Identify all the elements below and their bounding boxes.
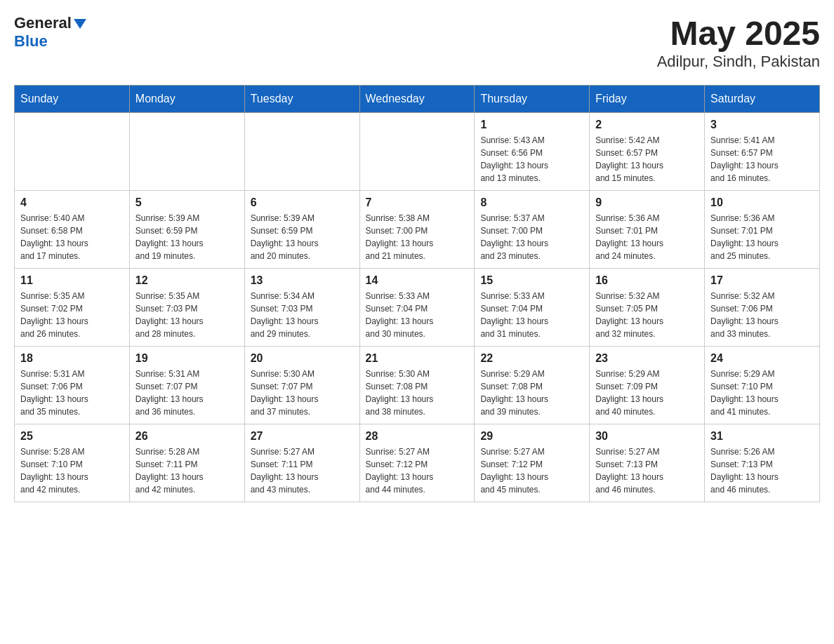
day-info: Sunrise: 5:27 AM Sunset: 7:11 PM Dayligh… [251,445,354,496]
calendar-cell: 30Sunrise: 5:27 AM Sunset: 7:13 PM Dayli… [590,424,705,502]
calendar-cell: 3Sunrise: 5:41 AM Sunset: 6:57 PM Daylig… [705,113,820,191]
day-info: Sunrise: 5:29 AM Sunset: 7:09 PM Dayligh… [595,368,699,418]
day-info: Sunrise: 5:29 AM Sunset: 7:08 PM Dayligh… [480,368,583,418]
day-number: 5 [135,196,239,209]
day-info: Sunrise: 5:34 AM Sunset: 7:03 PM Dayligh… [251,290,354,340]
month-title: May 2025 [657,14,820,53]
logo-blue-text: Blue [14,32,48,51]
calendar-week-row: 11Sunrise: 5:35 AM Sunset: 7:02 PM Dayli… [15,269,820,347]
day-info: Sunrise: 5:27 AM Sunset: 7:13 PM Dayligh… [595,445,699,496]
day-info: Sunrise: 5:32 AM Sunset: 7:05 PM Dayligh… [595,290,699,340]
weekday-header-wednesday: Wednesday [359,86,475,113]
day-number: 9 [595,196,699,209]
day-number: 14 [366,274,469,287]
day-number: 11 [20,274,124,287]
calendar-cell: 21Sunrise: 5:30 AM Sunset: 7:08 PM Dayli… [359,347,475,424]
day-info: Sunrise: 5:42 AM Sunset: 6:57 PM Dayligh… [595,134,699,185]
day-info: Sunrise: 5:35 AM Sunset: 7:03 PM Dayligh… [135,290,239,340]
weekday-header-thursday: Thursday [475,86,590,113]
calendar-week-row: 4Sunrise: 5:40 AM Sunset: 6:58 PM Daylig… [15,191,820,269]
page-header: General Blue May 2025 Adilpur, Sindh, Pa… [14,14,820,71]
day-number: 19 [135,352,239,365]
calendar-cell: 10Sunrise: 5:36 AM Sunset: 7:01 PM Dayli… [705,191,820,269]
calendar-cell: 5Sunrise: 5:39 AM Sunset: 6:59 PM Daylig… [129,191,244,269]
day-number: 2 [595,119,699,131]
day-info: Sunrise: 5:28 AM Sunset: 7:10 PM Dayligh… [20,445,124,496]
day-number: 21 [366,352,469,365]
logo-general-text: General [14,14,72,32]
calendar-table: SundayMondayTuesdayWednesdayThursdayFrid… [14,85,820,502]
day-number: 7 [366,196,469,209]
day-info: Sunrise: 5:39 AM Sunset: 6:59 PM Dayligh… [135,212,239,262]
day-number: 27 [251,430,354,443]
day-number: 29 [480,430,583,443]
calendar-cell: 7Sunrise: 5:38 AM Sunset: 7:00 PM Daylig… [359,191,475,269]
calendar-cell: 12Sunrise: 5:35 AM Sunset: 7:03 PM Dayli… [129,269,244,347]
day-number: 6 [251,196,354,209]
day-info: Sunrise: 5:27 AM Sunset: 7:12 PM Dayligh… [366,445,469,496]
calendar-cell: 27Sunrise: 5:27 AM Sunset: 7:11 PM Dayli… [244,424,359,502]
day-info: Sunrise: 5:39 AM Sunset: 6:59 PM Dayligh… [251,212,354,262]
day-info: Sunrise: 5:37 AM Sunset: 7:00 PM Dayligh… [480,212,583,262]
calendar-cell: 16Sunrise: 5:32 AM Sunset: 7:05 PM Dayli… [590,269,705,347]
calendar-cell [129,113,244,191]
day-info: Sunrise: 5:33 AM Sunset: 7:04 PM Dayligh… [480,290,583,340]
day-info: Sunrise: 5:30 AM Sunset: 7:07 PM Dayligh… [251,368,354,418]
day-info: Sunrise: 5:28 AM Sunset: 7:11 PM Dayligh… [135,445,239,496]
calendar-cell: 9Sunrise: 5:36 AM Sunset: 7:01 PM Daylig… [590,191,705,269]
day-info: Sunrise: 5:31 AM Sunset: 7:07 PM Dayligh… [135,368,239,418]
day-number: 3 [710,119,814,131]
calendar-cell [244,113,359,191]
day-number: 13 [251,274,354,287]
calendar-cell: 14Sunrise: 5:33 AM Sunset: 7:04 PM Dayli… [359,269,475,347]
calendar-cell: 20Sunrise: 5:30 AM Sunset: 7:07 PM Dayli… [244,347,359,424]
calendar-cell: 17Sunrise: 5:32 AM Sunset: 7:06 PM Dayli… [705,269,820,347]
day-number: 31 [710,430,814,443]
day-number: 25 [20,430,124,443]
calendar-cell: 19Sunrise: 5:31 AM Sunset: 7:07 PM Dayli… [129,347,244,424]
day-info: Sunrise: 5:31 AM Sunset: 7:06 PM Dayligh… [20,368,124,418]
calendar-week-row: 1Sunrise: 5:43 AM Sunset: 6:56 PM Daylig… [15,113,820,191]
calendar-cell: 15Sunrise: 5:33 AM Sunset: 7:04 PM Dayli… [475,269,590,347]
day-info: Sunrise: 5:35 AM Sunset: 7:02 PM Dayligh… [20,290,124,340]
day-number: 10 [710,196,814,209]
day-number: 4 [20,196,124,209]
calendar-week-row: 25Sunrise: 5:28 AM Sunset: 7:10 PM Dayli… [15,424,820,502]
day-info: Sunrise: 5:29 AM Sunset: 7:10 PM Dayligh… [710,368,814,418]
calendar-cell: 13Sunrise: 5:34 AM Sunset: 7:03 PM Dayli… [244,269,359,347]
calendar-cell: 4Sunrise: 5:40 AM Sunset: 6:58 PM Daylig… [15,191,130,269]
day-number: 17 [710,274,814,287]
calendar-cell: 22Sunrise: 5:29 AM Sunset: 7:08 PM Dayli… [475,347,590,424]
weekday-header-friday: Friday [590,86,705,113]
day-number: 8 [480,196,583,209]
day-number: 1 [480,119,583,131]
calendar-cell: 23Sunrise: 5:29 AM Sunset: 7:09 PM Dayli… [590,347,705,424]
day-number: 12 [135,274,239,287]
calendar-cell: 24Sunrise: 5:29 AM Sunset: 7:10 PM Dayli… [705,347,820,424]
calendar-cell [359,113,475,191]
weekday-header-tuesday: Tuesday [244,86,359,113]
calendar-cell: 8Sunrise: 5:37 AM Sunset: 7:00 PM Daylig… [475,191,590,269]
calendar-cell: 26Sunrise: 5:28 AM Sunset: 7:11 PM Dayli… [129,424,244,502]
day-info: Sunrise: 5:43 AM Sunset: 6:56 PM Dayligh… [480,134,583,185]
location-title: Adilpur, Sindh, Pakistan [657,53,820,71]
day-info: Sunrise: 5:33 AM Sunset: 7:04 PM Dayligh… [366,290,469,340]
calendar-cell [15,113,130,191]
day-info: Sunrise: 5:38 AM Sunset: 7:00 PM Dayligh… [366,212,469,262]
logo-triangle-icon [74,19,86,29]
weekday-header-sunday: Sunday [15,86,130,113]
day-number: 23 [595,352,699,365]
day-number: 26 [135,430,239,443]
weekday-header-saturday: Saturday [705,86,820,113]
day-info: Sunrise: 5:27 AM Sunset: 7:12 PM Dayligh… [480,445,583,496]
day-number: 16 [595,274,699,287]
day-info: Sunrise: 5:41 AM Sunset: 6:57 PM Dayligh… [710,134,814,185]
calendar-cell: 2Sunrise: 5:42 AM Sunset: 6:57 PM Daylig… [590,113,705,191]
title-section: May 2025 Adilpur, Sindh, Pakistan [657,14,820,71]
calendar-cell: 25Sunrise: 5:28 AM Sunset: 7:10 PM Dayli… [15,424,130,502]
day-number: 28 [366,430,469,443]
calendar-cell: 11Sunrise: 5:35 AM Sunset: 7:02 PM Dayli… [15,269,130,347]
calendar-cell: 18Sunrise: 5:31 AM Sunset: 7:06 PM Dayli… [15,347,130,424]
day-number: 15 [480,274,583,287]
weekday-header-monday: Monday [129,86,244,113]
